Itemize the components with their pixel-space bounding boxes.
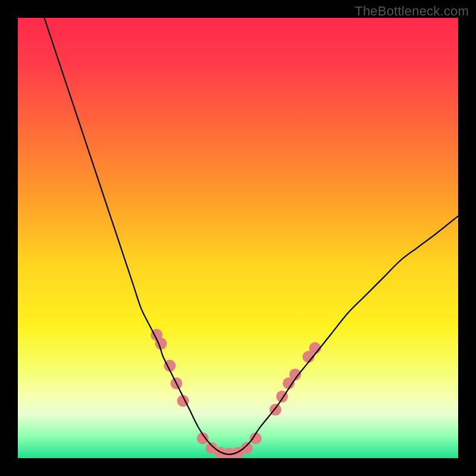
marker-dot bbox=[241, 442, 253, 454]
chart-frame: TheBottleneck.com bbox=[0, 0, 476, 476]
gradient-background bbox=[18, 18, 458, 458]
plot-area bbox=[18, 18, 458, 458]
watermark-text: TheBottleneck.com bbox=[355, 4, 469, 19]
chart-svg bbox=[18, 18, 458, 458]
